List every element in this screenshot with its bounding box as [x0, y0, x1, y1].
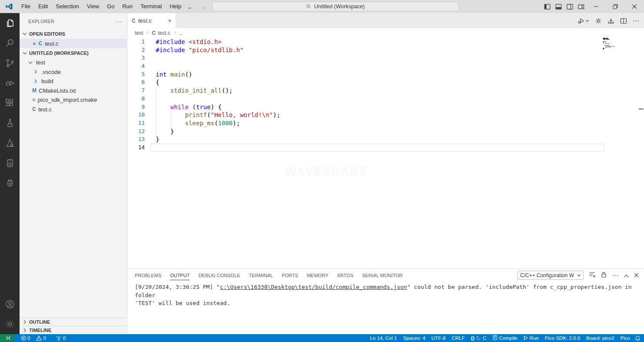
notifications-bell-icon[interactable]	[633, 335, 644, 341]
menu-selection[interactable]: Selection	[52, 0, 83, 13]
forward-arrow-icon[interactable]: →	[200, 3, 206, 10]
search-icon[interactable]	[0, 33, 20, 53]
problems-status[interactable]: 0 0 0	[14, 334, 68, 342]
panel-tab-memory[interactable]: MEMORY	[307, 270, 328, 280]
panel-tab-output[interactable]: OUTPUT	[170, 270, 190, 280]
panel-tab-debug-console[interactable]: DEBUG CONSOLE	[198, 270, 240, 280]
raspberry-pi-icon[interactable]	[0, 173, 20, 193]
toggle-sidebar-icon[interactable]	[541, 0, 553, 13]
explorer-icon[interactable]	[0, 13, 20, 33]
minimize-button[interactable]	[587, 0, 606, 13]
run-debug-file-button[interactable]	[577, 17, 589, 24]
status-language-mode[interactable]: {}C	[468, 334, 490, 342]
editor-group: C test.c × ··· testCtest.c... 1#include …	[127, 13, 644, 268]
customize-layout-icon[interactable]	[575, 0, 587, 13]
more-actions-icon[interactable]: ···	[633, 17, 640, 25]
tab-test-c[interactable]: C test.c ×	[127, 13, 176, 28]
source-control-icon[interactable]	[0, 53, 20, 73]
scrollbar-marker[interactable]	[639, 108, 644, 110]
toggle-panel-icon[interactable]	[553, 0, 564, 13]
breadcrumb-symbol[interactable]: ...	[179, 30, 184, 36]
command-center-search[interactable]: Untitled (Workspace)	[212, 2, 459, 11]
panel-tab-serial-monitor[interactable]: SERIAL MONITOR	[362, 270, 403, 280]
line-number: 2	[127, 46, 145, 54]
output-channel-dropdown[interactable]: C/C++ Configuration W	[517, 271, 584, 280]
line-number: 1	[127, 38, 145, 46]
settings-icon[interactable]	[0, 314, 20, 334]
titlebar-controls	[541, 0, 644, 13]
panel-tab-terminal[interactable]: TERMINAL	[249, 270, 273, 280]
status-compile[interactable]: Compile	[490, 334, 521, 342]
breadcrumb-file[interactable]: test.c	[158, 30, 170, 36]
status-pico-sdk[interactable]: Pico SDK: 2.0.0	[542, 334, 583, 342]
line-number: 10	[127, 111, 145, 119]
testing-icon[interactable]	[0, 113, 20, 133]
menu-edit[interactable]: Edit	[34, 0, 52, 13]
panel-controls: C/C++ Configuration W ···	[517, 271, 639, 280]
minimap[interactable]	[603, 38, 621, 50]
warnings-cell[interactable]: 0	[34, 334, 48, 342]
status-bar-right: Ln 14, Col 1Spaces: 4UTF-8CRLF{}CCompile…	[367, 334, 633, 342]
timeline-section[interactable]: TIMELINE	[20, 326, 127, 334]
tree-item-test-c[interactable]: Ctest.c	[20, 105, 127, 114]
menu-view[interactable]: View	[83, 0, 103, 13]
account-icon[interactable]	[0, 294, 20, 314]
search-text: Untitled (Workspace)	[314, 3, 364, 10]
split-editor-icon[interactable]	[620, 17, 627, 24]
breadcrumb[interactable]: testCtest.c...	[127, 28, 644, 38]
flash-download-icon[interactable]	[607, 17, 614, 24]
toggle-secondary-sidebar-icon[interactable]	[564, 0, 575, 13]
close-editor-icon[interactable]: ×	[33, 40, 36, 47]
panel-tab-ports[interactable]: PORTS	[282, 270, 298, 280]
workspace-label: UNTITLED (WORKSPACE)	[29, 50, 89, 56]
status-cursor-position[interactable]: Ln 14, Col 1	[367, 334, 400, 342]
menu-go[interactable]: Go	[103, 0, 118, 13]
menu-file[interactable]: File	[17, 0, 34, 13]
status-eol[interactable]: CRLF	[449, 334, 468, 342]
cmake-icon[interactable]	[0, 133, 20, 153]
status-board[interactable]: Board: pico2	[583, 334, 617, 342]
status-encoding[interactable]: UTF-8	[428, 334, 449, 342]
breadcrumb-folder[interactable]: test	[135, 30, 143, 36]
status-pico[interactable]: Pico	[617, 334, 633, 342]
tree-item-build[interactable]: build	[20, 77, 127, 86]
ports-cell[interactable]: 0	[53, 334, 68, 342]
panel-tab-problems[interactable]: PROBLEMS	[135, 270, 161, 280]
pico-board-icon[interactable]	[0, 153, 20, 173]
output-file-link[interactable]: c:\Users\16338\Desktop\test/build/compil…	[220, 284, 407, 290]
restore-button[interactable]	[606, 0, 625, 13]
menu-help[interactable]: Help	[166, 0, 185, 13]
open-editor-item-test-c[interactable]: × C test.c	[20, 39, 127, 48]
clear-output-icon[interactable]	[589, 272, 596, 279]
menu-run[interactable]: Run	[118, 0, 137, 13]
tree-item--vscode[interactable]: .vscode	[20, 67, 127, 77]
errors-cell[interactable]: 0	[19, 334, 32, 342]
workspace-section[interactable]: UNTITLED (WORKSPACE)	[20, 48, 127, 58]
panel-more-icon[interactable]: ···	[612, 272, 619, 279]
explorer-more-actions-icon[interactable]: ···	[115, 18, 123, 25]
close-window-button[interactable]	[625, 0, 644, 13]
code-editor[interactable]: 1#include <stdio.h>2#include "pico/stdli…	[127, 38, 644, 268]
lock-scroll-icon[interactable]	[601, 272, 607, 279]
settings-gear-icon[interactable]	[595, 17, 602, 24]
run-debug-icon[interactable]	[0, 73, 20, 93]
status-run[interactable]: Run	[521, 334, 542, 342]
output-content: [9/20/2024, 3:36:25 PM] "c:\Users\16338\…	[127, 281, 644, 308]
close-panel-icon[interactable]	[634, 272, 639, 279]
tree-item-cmakelists-txt[interactable]: MCMakeLists.txt	[20, 86, 127, 96]
close-tab-icon[interactable]: ×	[168, 17, 171, 24]
extensions-icon[interactable]	[0, 93, 20, 113]
tree-item-test[interactable]: test	[20, 58, 127, 67]
remote-indicator[interactable]	[0, 334, 14, 342]
back-arrow-icon[interactable]: ←	[187, 3, 194, 10]
indent-guide	[156, 103, 156, 111]
panel-tab-xrtos[interactable]: XRTOS	[337, 270, 354, 280]
tree-item-pico-sdk-import-cmake[interactable]: ≡pico_sdk_import.cmake	[20, 95, 127, 105]
menu-terminal[interactable]: Terminal	[137, 0, 166, 13]
outline-section[interactable]: OUTLINE	[20, 318, 127, 326]
status-indentation[interactable]: Spaces: 4	[400, 334, 428, 342]
open-editors-section[interactable]: OPEN EDITORS	[20, 29, 127, 39]
breadcrumb-separator-icon	[145, 30, 150, 36]
error-icon	[21, 335, 26, 341]
maximize-panel-icon[interactable]	[624, 272, 629, 279]
